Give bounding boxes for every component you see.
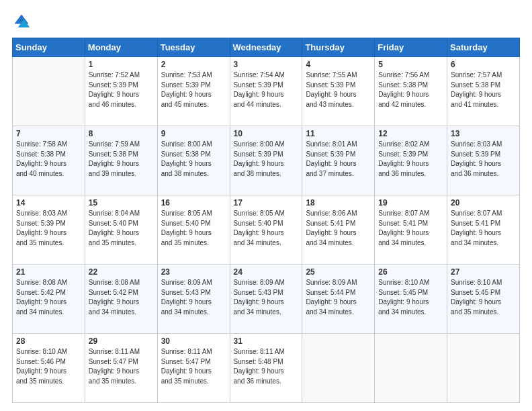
logo-icon (12, 12, 31, 31)
day-number: 13 (451, 129, 516, 138)
day-number: 4 (306, 60, 371, 69)
week-row-1: 1Sunrise: 7:52 AM Sunset: 5:39 PM Daylig… (13, 57, 520, 126)
day-info: Sunrise: 8:00 AM Sunset: 5:38 PM Dayligh… (161, 140, 226, 179)
day-number: 10 (234, 129, 299, 138)
day-info: Sunrise: 8:10 AM Sunset: 5:45 PM Dayligh… (451, 278, 516, 317)
day-info: Sunrise: 8:08 AM Sunset: 5:42 PM Dayligh… (16, 278, 81, 317)
day-number: 5 (378, 60, 443, 69)
calendar-cell: 6Sunrise: 7:57 AM Sunset: 5:38 PM Daylig… (447, 57, 520, 126)
day-info: Sunrise: 8:09 AM Sunset: 5:43 PM Dayligh… (234, 278, 299, 317)
day-info: Sunrise: 8:03 AM Sunset: 5:39 PM Dayligh… (16, 209, 81, 248)
weekday-header-thursday: Thursday (302, 38, 375, 57)
day-number: 9 (161, 129, 226, 138)
calendar-cell: 1Sunrise: 7:52 AM Sunset: 5:39 PM Daylig… (85, 57, 157, 126)
day-number: 25 (306, 267, 371, 277)
weekday-header-wednesday: Wednesday (230, 38, 302, 57)
day-number: 1 (89, 60, 154, 69)
day-number: 11 (306, 129, 371, 138)
calendar-cell: 15Sunrise: 8:04 AM Sunset: 5:40 PM Dayli… (85, 195, 157, 265)
day-number: 28 (16, 336, 81, 346)
calendar-cell: 19Sunrise: 8:07 AM Sunset: 5:41 PM Dayli… (375, 195, 447, 265)
day-info: Sunrise: 7:54 AM Sunset: 5:39 PM Dayligh… (234, 71, 299, 109)
day-number: 7 (16, 129, 81, 138)
day-number: 20 (451, 198, 516, 208)
weekday-header-saturday: Saturday (447, 38, 520, 57)
day-info: Sunrise: 8:10 AM Sunset: 5:45 PM Dayligh… (378, 278, 443, 317)
day-info: Sunrise: 7:53 AM Sunset: 5:39 PM Dayligh… (161, 71, 226, 109)
calendar-cell: 21Sunrise: 8:08 AM Sunset: 5:42 PM Dayli… (13, 265, 85, 334)
day-number: 30 (161, 336, 226, 346)
day-info: Sunrise: 8:05 AM Sunset: 5:40 PM Dayligh… (234, 209, 299, 248)
weekday-header-tuesday: Tuesday (157, 38, 230, 57)
week-row-2: 7Sunrise: 7:58 AM Sunset: 5:38 PM Daylig… (13, 126, 520, 195)
day-number: 12 (378, 129, 443, 138)
day-info: Sunrise: 8:02 AM Sunset: 5:39 PM Dayligh… (378, 140, 443, 179)
calendar-cell: 12Sunrise: 8:02 AM Sunset: 5:39 PM Dayli… (375, 126, 447, 195)
day-info: Sunrise: 8:05 AM Sunset: 5:40 PM Dayligh… (161, 209, 226, 248)
day-number: 15 (89, 198, 154, 208)
day-number: 16 (161, 198, 226, 208)
day-number: 2 (161, 60, 226, 69)
day-info: Sunrise: 8:06 AM Sunset: 5:41 PM Dayligh… (306, 209, 371, 248)
day-number: 29 (89, 336, 154, 346)
day-number: 14 (16, 198, 81, 208)
calendar-cell: 23Sunrise: 8:09 AM Sunset: 5:43 PM Dayli… (157, 265, 230, 334)
logo (12, 12, 34, 31)
day-number: 31 (234, 336, 299, 346)
calendar-cell: 16Sunrise: 8:05 AM Sunset: 5:40 PM Dayli… (157, 195, 230, 265)
calendar-cell: 5Sunrise: 7:56 AM Sunset: 5:38 PM Daylig… (375, 57, 447, 126)
day-number: 6 (451, 60, 516, 69)
calendar-cell: 22Sunrise: 8:08 AM Sunset: 5:42 PM Dayli… (85, 265, 157, 334)
calendar-cell: 9Sunrise: 8:00 AM Sunset: 5:38 PM Daylig… (157, 126, 230, 195)
day-number: 21 (16, 267, 81, 277)
calendar-cell: 26Sunrise: 8:10 AM Sunset: 5:45 PM Dayli… (375, 265, 447, 334)
calendar-cell: 28Sunrise: 8:10 AM Sunset: 5:46 PM Dayli… (13, 334, 85, 403)
day-info: Sunrise: 8:11 AM Sunset: 5:48 PM Dayligh… (234, 347, 299, 386)
day-info: Sunrise: 8:07 AM Sunset: 5:41 PM Dayligh… (378, 209, 443, 248)
calendar-cell: 24Sunrise: 8:09 AM Sunset: 5:43 PM Dayli… (230, 265, 302, 334)
day-number: 27 (451, 267, 516, 277)
calendar-cell: 27Sunrise: 8:10 AM Sunset: 5:45 PM Dayli… (447, 265, 520, 334)
day-info: Sunrise: 7:56 AM Sunset: 5:38 PM Dayligh… (378, 71, 443, 109)
calendar-cell: 11Sunrise: 8:01 AM Sunset: 5:39 PM Dayli… (302, 126, 375, 195)
day-number: 19 (378, 198, 443, 208)
day-info: Sunrise: 8:03 AM Sunset: 5:39 PM Dayligh… (451, 140, 516, 179)
calendar-cell: 25Sunrise: 8:09 AM Sunset: 5:44 PM Dayli… (302, 265, 375, 334)
calendar-cell: 2Sunrise: 7:53 AM Sunset: 5:39 PM Daylig… (157, 57, 230, 126)
calendar-cell: 17Sunrise: 8:05 AM Sunset: 5:40 PM Dayli… (230, 195, 302, 265)
day-info: Sunrise: 8:07 AM Sunset: 5:41 PM Dayligh… (451, 209, 516, 248)
calendar-cell: 18Sunrise: 8:06 AM Sunset: 5:41 PM Dayli… (302, 195, 375, 265)
calendar-cell: 10Sunrise: 8:00 AM Sunset: 5:39 PM Dayli… (230, 126, 302, 195)
calendar-cell: 20Sunrise: 8:07 AM Sunset: 5:41 PM Dayli… (447, 195, 520, 265)
calendar-cell (13, 57, 85, 126)
day-number: 23 (161, 267, 226, 277)
day-info: Sunrise: 7:58 AM Sunset: 5:38 PM Dayligh… (16, 140, 81, 179)
day-info: Sunrise: 8:11 AM Sunset: 5:47 PM Dayligh… (89, 347, 154, 386)
calendar-cell: 30Sunrise: 8:11 AM Sunset: 5:47 PM Dayli… (157, 334, 230, 403)
calendar-cell: 29Sunrise: 8:11 AM Sunset: 5:47 PM Dayli… (85, 334, 157, 403)
calendar-cell (375, 334, 447, 403)
day-number: 26 (378, 267, 443, 277)
week-row-3: 14Sunrise: 8:03 AM Sunset: 5:39 PM Dayli… (13, 195, 520, 265)
day-info: Sunrise: 8:08 AM Sunset: 5:42 PM Dayligh… (89, 278, 154, 317)
day-info: Sunrise: 8:09 AM Sunset: 5:43 PM Dayligh… (161, 278, 226, 317)
day-info: Sunrise: 8:10 AM Sunset: 5:46 PM Dayligh… (16, 347, 81, 386)
header (12, 12, 520, 31)
day-info: Sunrise: 8:00 AM Sunset: 5:39 PM Dayligh… (234, 140, 299, 179)
calendar-cell: 7Sunrise: 7:58 AM Sunset: 5:38 PM Daylig… (13, 126, 85, 195)
weekday-header-sunday: Sunday (13, 38, 85, 57)
calendar-cell (302, 334, 375, 403)
day-info: Sunrise: 7:59 AM Sunset: 5:38 PM Dayligh… (89, 140, 154, 179)
day-info: Sunrise: 8:04 AM Sunset: 5:40 PM Dayligh… (89, 209, 154, 248)
weekday-header-monday: Monday (85, 38, 157, 57)
day-number: 18 (306, 198, 371, 208)
day-number: 24 (234, 267, 299, 277)
calendar-cell (447, 334, 520, 403)
day-number: 3 (234, 60, 299, 69)
day-number: 22 (89, 267, 154, 277)
day-info: Sunrise: 7:57 AM Sunset: 5:38 PM Dayligh… (451, 71, 516, 109)
calendar-table: SundayMondayTuesdayWednesdayThursdayFrid… (12, 38, 520, 403)
page: SundayMondayTuesdayWednesdayThursdayFrid… (0, 0, 532, 411)
day-info: Sunrise: 8:11 AM Sunset: 5:47 PM Dayligh… (161, 347, 226, 386)
calendar-cell: 14Sunrise: 8:03 AM Sunset: 5:39 PM Dayli… (13, 195, 85, 265)
